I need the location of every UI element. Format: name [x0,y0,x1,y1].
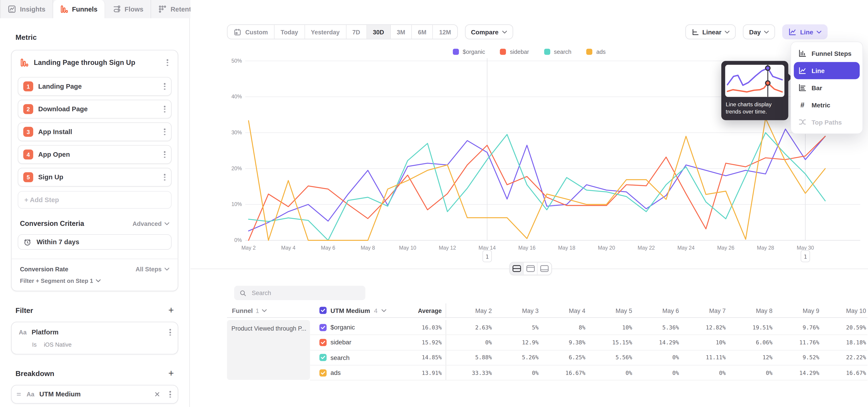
breakdown-card: Aa UTM Medium [11,385,178,404]
date-column-may-3[interactable]: May 3 [493,307,540,314]
average-value: 14.85% [392,354,442,361]
conversion-criteria-label: Conversion Criteria [20,220,84,228]
row-checkbox[interactable] [319,369,327,376]
add-breakdown-button[interactable]: + [168,369,174,378]
menu-item-label: Top Paths [811,119,842,125]
step-number-badge: 5 [23,172,33,182]
range-3m[interactable]: 3M [391,25,412,39]
date-column-may-4[interactable]: May 4 [540,307,587,314]
row-checkbox[interactable] [319,354,327,361]
conversion-rate-label: Conversion Rate [20,266,68,273]
date-column-may-5[interactable]: May 5 [587,307,633,314]
row-checkbox[interactable] [319,339,327,346]
table-cell-value: 0% [493,370,540,376]
table-cell-value: 10% [680,339,727,345]
breakdown-menu-icon[interactable] [167,389,174,400]
all-steps-dropdown[interactable]: All Steps [135,266,169,273]
funnel-step-app-install[interactable]: 3 App Install [18,123,172,141]
menu-item-funnel-steps[interactable]: Funnel Steps [794,45,860,62]
row-menu-icon[interactable] [162,126,168,137]
average-value: 15.92% [392,339,442,345]
conversion-window-label: Within 7 days [37,238,79,246]
segment-header-count: 4 [374,307,377,314]
compare-button[interactable]: Compare [465,24,513,39]
annotation-badge[interactable]: 1 [483,250,492,262]
breakdown-property-name[interactable]: UTM Medium [39,390,147,398]
date-column-may-10[interactable]: May 10 [820,307,867,314]
filter-operator[interactable]: Is [32,341,37,348]
range-7d[interactable]: 7D [346,25,367,39]
main-content: CustomTodayYesterday7D30D3M6M12M Compare… [190,0,868,407]
chart-type-dropdown[interactable]: Line [782,24,828,39]
row-checkbox[interactable] [319,324,327,331]
average-value: 16.03% [392,324,442,330]
filter-card: Aa Platform Is iOS Native [11,322,178,354]
add-filter-button[interactable]: + [168,306,174,315]
segment-name: search [331,354,350,361]
all-steps-label: All Steps [135,266,162,273]
filter-menu-icon[interactable] [167,327,174,338]
funnel-column-header[interactable]: Funnel 1 [227,307,310,314]
series-line-ads [249,118,825,240]
granularity-dropdown[interactable]: Day [743,24,775,39]
segment-select-all-checkbox[interactable] [319,307,327,314]
conversion-window-button[interactable]: Within 7 days [18,234,172,250]
add-step-button[interactable]: + Add Step [18,191,172,209]
range-30d[interactable]: 30D [367,25,391,39]
funnel-name-cell[interactable]: Product Viewed through P... [227,320,310,380]
range-today[interactable]: Today [275,25,305,39]
annotation-badge[interactable]: 1 [801,250,810,262]
advanced-dropdown[interactable]: Advanced [132,220,169,227]
menu-item-line[interactable]: Line [794,62,860,79]
menu-item-metric[interactable]: # Metric [794,96,860,114]
funnel-step-sign-up[interactable]: 5 Sign Up [18,168,172,187]
menu-item-bar[interactable]: Bar [794,79,860,96]
search-input[interactable] [234,286,365,300]
row-menu-icon[interactable] [162,171,168,183]
split-view-button[interactable] [510,262,524,275]
line-chart-icon [788,28,797,36]
segment-name: ads [331,370,341,376]
date-column-may-8[interactable]: May 8 [727,307,774,314]
date-column-may-2[interactable]: May 2 [446,307,493,314]
step-label: Landing Page [38,83,157,90]
table-view-button[interactable] [537,262,551,275]
metric-card: Landing Page through Sign Up 1 Landing P… [11,50,178,291]
metric-menu-icon[interactable] [164,57,170,68]
filter-property-name[interactable]: Platform [32,328,162,336]
filter-segment-dropdown[interactable]: Filter + Segment on Step 1 [20,277,169,284]
date-column-may-7[interactable]: May 7 [680,307,727,314]
average-value: 13.91% [392,370,442,376]
range-yesterday[interactable]: Yesterday [305,25,346,39]
row-menu-icon[interactable] [162,103,168,115]
tab-insights[interactable]: Insights [0,0,53,18]
segment-column-header[interactable]: UTM Medium 4 [310,307,392,314]
tab-label: Insights [20,5,45,13]
tab-flows[interactable]: Flows [105,0,151,18]
row-menu-icon[interactable] [162,149,168,160]
chart-view-button[interactable] [524,262,537,275]
filter-value[interactable]: iOS Native [44,341,72,348]
range-12m[interactable]: 12M [433,25,457,39]
table-cell-value: 0% [633,370,680,376]
range-6m[interactable]: 6M [412,25,433,39]
granularity-label: Day [749,29,761,35]
series-line-sidebar [249,136,825,240]
funnel-step-download-page[interactable]: 2 Download Page [18,100,172,119]
drag-handle-icon[interactable] [16,392,22,397]
retention-icon [158,5,167,13]
date-column-may-6[interactable]: May 6 [633,307,680,314]
layout-toggle [509,262,552,275]
date-column-may-9[interactable]: May 9 [774,307,820,314]
table-cell-value: 19.51% [727,324,774,330]
add-step-label: + Add Step [24,196,59,204]
row-menu-icon[interactable] [162,81,168,92]
range-custom[interactable]: Custom [228,25,275,39]
tab-funnels[interactable]: Funnels [53,0,105,18]
remove-breakdown-icon[interactable] [152,389,162,400]
svg-text:40%: 40% [231,94,242,99]
average-column-header[interactable]: Average [392,307,442,314]
funnel-step-landing-page[interactable]: 1 Landing Page [18,77,172,96]
funnel-step-app-open[interactable]: 4 App Open [18,145,172,164]
scale-dropdown[interactable]: Linear [685,24,736,39]
